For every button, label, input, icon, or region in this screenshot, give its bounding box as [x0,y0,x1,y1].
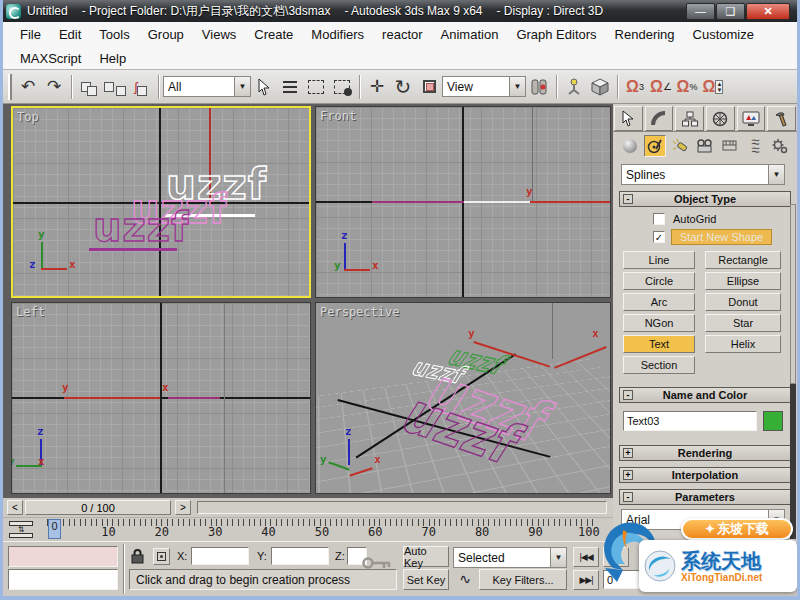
window-crossing-icon[interactable] [330,75,354,99]
scrollbar-thumb[interactable] [790,204,796,384]
viewport-top-label[interactable]: Top [17,110,39,124]
select-and-scale-icon[interactable] [417,75,441,99]
object-name-input[interactable] [623,411,757,431]
mini-curve-editor-icon[interactable]: ⇅ [9,521,33,538]
menu-modifiers[interactable]: Modifiers [302,25,373,44]
frame-ruler[interactable]: 0 0 10 20 30 40 50 60 70 80 90 100 [39,519,605,541]
tab-create[interactable] [614,106,643,131]
autogrid-checkbox[interactable] [653,213,665,225]
line-button[interactable]: Line [623,251,695,269]
chevron-down-icon[interactable]: ▼ [509,77,525,96]
auto-key-button[interactable]: Auto Key [403,546,449,567]
ngon-button[interactable]: NGon [623,314,695,332]
viewport-perspective[interactable]: Perspective y x uzzf uzzf uzzf uzzf z y … [315,302,611,494]
expand-icon[interactable]: + [623,470,633,480]
category-geometry-icon[interactable] [619,135,641,157]
x-coord-field[interactable] [191,547,249,565]
selection-set-dropdown[interactable]: Selected ▼ [453,547,567,568]
selection-lock-icon[interactable] [131,549,144,568]
spline-type-dropdown[interactable]: Splines ▼ [621,164,785,185]
star-button[interactable]: Star [705,314,781,332]
circle-button[interactable]: Circle [623,272,695,290]
menu-help[interactable]: Help [90,49,135,68]
menu-views[interactable]: Views [193,25,245,44]
snap-toggle-3d-icon[interactable]: Ω3 [623,75,647,99]
menu-animation[interactable]: Animation [432,25,508,44]
select-object-icon[interactable] [252,75,276,99]
command-panel-scrollbar[interactable] [790,204,796,539]
viewport-front-label[interactable]: Front [320,109,356,123]
scene-text-purple[interactable]: uzzf [93,204,189,250]
viewport-front[interactable]: Front y z x y [315,106,611,298]
parameters-rollout[interactable]: - Parameters [619,489,791,505]
category-shapes-icon[interactable] [644,135,666,157]
start-new-shape-checkbox[interactable]: ✓ [653,231,665,243]
title-bar[interactable]: Untitled - Project Folder: D:\用户目录\我的文档\… [0,0,800,22]
collapse-icon[interactable]: - [623,390,633,400]
current-frame-marker[interactable]: 0 [48,519,61,539]
minimize-button[interactable]: — [686,3,715,20]
use-pivot-point-center-icon[interactable] [527,75,551,99]
tab-hierarchy[interactable] [675,106,704,131]
key-filters-button[interactable]: Key Filters... [479,569,567,590]
text-button[interactable]: Text [623,335,695,353]
menu-edit[interactable]: Edit [50,25,90,44]
category-lights-icon[interactable] [669,135,691,157]
rectangular-selection-region-icon[interactable] [304,75,328,99]
angle-snap-icon[interactable]: Ω∠ [649,75,673,99]
time-slider-track[interactable] [197,501,607,514]
menu-graph-editors[interactable]: Graph Editors [507,25,605,44]
reference-coordinate-dropdown[interactable]: View ▼ [442,76,526,97]
set-key-mode-curve-icon[interactable]: ∿ [455,570,475,588]
object-type-rollout[interactable]: - Object Type [619,191,791,207]
set-key-button[interactable]: Set Key [403,569,449,590]
unlink-selection-icon[interactable] [103,75,127,99]
interpolation-rollout[interactable]: + Interpolation [619,467,791,483]
y-coord-field[interactable] [271,547,329,565]
rectangle-button[interactable]: Rectangle [705,251,781,269]
tab-motion[interactable] [706,106,735,131]
helix-button[interactable]: Helix [705,335,781,353]
category-systems-icon[interactable] [769,135,791,157]
tab-utilities[interactable] [767,106,796,131]
rendering-rollout[interactable]: + Rendering [619,445,791,461]
percent-snap-icon[interactable]: Ω% [675,75,699,99]
toolbar-handle[interactable] [8,74,12,100]
bind-to-space-warp-icon[interactable]: ʃ [129,75,153,99]
collapse-icon[interactable]: - [623,492,633,502]
select-and-manipulate-icon[interactable] [562,75,586,99]
maxscript-mini-listener-pink[interactable] [8,546,118,567]
select-and-move-icon[interactable]: ✛ [365,75,389,99]
redo-icon[interactable]: ↷ [42,75,66,99]
track-bar[interactable]: ⇅ 0 0 10 20 30 40 50 60 70 80 90 100 [3,517,613,541]
restore-button[interactable]: ❑ [716,3,745,20]
previous-frame-arrow[interactable]: < [7,500,23,515]
category-helpers-icon[interactable] [719,135,741,157]
section-button[interactable]: Section [623,356,695,374]
name-and-color-rollout[interactable]: - Name and Color [619,387,791,403]
menu-group[interactable]: Group [139,25,193,44]
maxscript-mini-listener-white[interactable] [8,569,118,590]
menu-tools[interactable]: Tools [90,25,138,44]
absolute-mode-transform-icon[interactable] [153,548,170,565]
viewport-left[interactable]: Left y x z y x [11,302,311,494]
cube-tool-icon[interactable] [588,75,612,99]
viewport-perspective-label[interactable]: Perspective [320,305,399,319]
tab-display[interactable] [737,106,766,131]
menu-maxscript[interactable]: MAXScript [11,49,90,68]
menu-file[interactable]: File [11,25,50,44]
menu-create[interactable]: Create [245,25,302,44]
close-button[interactable]: ✕ [746,3,790,20]
time-slider[interactable]: 0 / 100 [25,500,171,515]
spinner-snap-icon[interactable]: Ω▲▼ [701,75,725,99]
object-color-swatch[interactable] [763,411,783,431]
chevron-down-icon[interactable]: ▼ [234,77,250,96]
chevron-down-icon[interactable]: ▼ [550,548,566,567]
category-space-warps-icon[interactable]: ≈≈ [744,135,766,157]
start-new-shape-button[interactable]: Start New Shape [671,229,772,245]
tab-modify[interactable] [645,106,674,131]
arc-button[interactable]: Arc [623,293,695,311]
category-cameras-icon[interactable] [694,135,716,157]
menu-rendering[interactable]: Rendering [606,25,684,44]
next-frame-arrow[interactable]: > [175,500,191,515]
